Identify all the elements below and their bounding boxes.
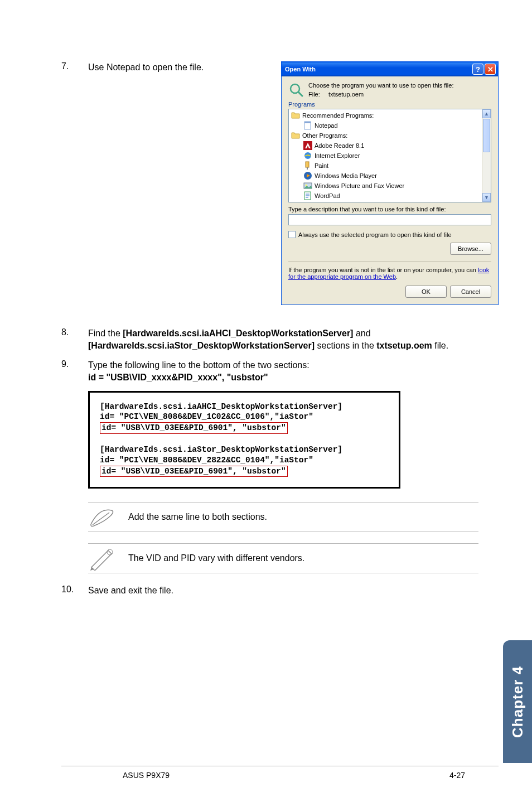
item-wpfv[interactable]: Windows Picture and Fax Viewer	[290, 181, 481, 191]
group-other: Other Programs:	[290, 131, 481, 141]
dialog-titlebar[interactable]: Open With ? ✕	[282, 62, 498, 76]
code-line: [HardwareIds.scsi.iaAHCI_DesktopWorkstat…	[100, 402, 389, 412]
svg-rect-3	[304, 122, 311, 123]
step-text: Find the [HardwareIds.scsi.iaAHCI_Deskto…	[88, 327, 499, 352]
step-text: Save and exit the file.	[88, 584, 499, 597]
item-paint[interactable]: Paint	[290, 161, 481, 171]
footer-right: 4-27	[449, 771, 465, 780]
note-icon	[88, 505, 116, 529]
svg-line-1	[298, 92, 302, 96]
magnifier-icon	[288, 82, 304, 98]
chapter-tab: Chapter 4	[503, 640, 532, 763]
description-input[interactable]	[288, 214, 491, 225]
code-line: id= "PCI\VEN_8086&DEV_1C02&CC_0106","iaS…	[100, 412, 389, 422]
programs-label: Programs	[288, 101, 491, 108]
note-block: Add the same line to both sections.	[88, 502, 478, 532]
paint-icon	[303, 161, 312, 170]
file-label: File:	[308, 91, 320, 98]
open-with-dialog: Open With ? ✕ Choose the program you wan…	[281, 61, 499, 305]
description-label: Type a description that you want to use …	[288, 206, 491, 212]
item-adobe[interactable]: Adobe Reader 8.1	[290, 141, 481, 151]
help-icon[interactable]: ?	[472, 64, 483, 75]
code-example-box: [HardwareIds.scsi.iaAHCI_DesktopWorkstat…	[88, 391, 400, 489]
item-notepad[interactable]: Notepad	[290, 120, 481, 131]
web-hint: If the program you want is not in the li…	[288, 267, 491, 280]
programs-listbox[interactable]: Recommended Programs: Notepad Other Prog…	[288, 109, 491, 202]
close-icon[interactable]: ✕	[485, 64, 496, 75]
group-recommended: Recommended Programs:	[290, 110, 481, 120]
item-wordpad[interactable]: WordPad	[290, 191, 481, 201]
cancel-button[interactable]: Cancel	[450, 286, 491, 298]
always-use-checkbox[interactable]	[288, 231, 296, 238]
note-block: The VID and PID vary with different vend…	[88, 543, 478, 573]
highlighted-code-line: id= "USB\VID_03EE&PID_6901", "usbstor"	[100, 422, 288, 434]
wordpad-icon	[303, 191, 312, 200]
step-number: 10.	[61, 584, 88, 597]
dialog-prompt: Choose the program you want to use to op…	[308, 82, 454, 89]
pencil-icon	[88, 546, 116, 571]
folder-icon	[291, 131, 300, 140]
scrollbar[interactable]: ▲ ▼	[482, 109, 491, 202]
scroll-down-icon[interactable]: ▼	[482, 193, 491, 202]
step-number: 8.	[61, 327, 88, 352]
step-text: Use Notepad to open the file.	[88, 61, 251, 74]
page-footer: ASUS P9X79 4-27	[61, 766, 499, 780]
item-ie[interactable]: Internet Explorer	[290, 151, 481, 161]
adobe-icon	[303, 141, 312, 150]
scroll-up-icon[interactable]: ▲	[482, 109, 491, 118]
browse-button[interactable]: Browse...	[450, 243, 491, 255]
wmp-icon	[303, 171, 312, 180]
notepad-icon	[303, 121, 312, 130]
ok-button[interactable]: OK	[405, 286, 447, 298]
scroll-thumb[interactable]	[483, 119, 490, 152]
folder-icon	[291, 111, 300, 120]
dialog-title: Open With	[285, 66, 316, 73]
note-text: Add the same line to both sections.	[128, 512, 267, 522]
item-wmp[interactable]: Windows Media Player	[290, 171, 481, 181]
code-line: [HardwareIds.scsi.iaStor_DesktopWorkstat…	[100, 445, 389, 455]
footer-left: ASUS P9X79	[123, 771, 170, 780]
step-text: Type the following line to the bottom of…	[88, 359, 499, 384]
svg-rect-7	[307, 167, 308, 170]
always-use-label: Always use the selected program to open …	[298, 231, 452, 238]
svg-rect-6	[306, 162, 309, 167]
step-number: 9.	[61, 359, 88, 384]
file-name: txtsetup.oem	[328, 91, 364, 98]
code-line: id= "PCI\VEN_8086&DEV_2822&CC_0104","iaS…	[100, 455, 389, 466]
ie-icon	[303, 151, 312, 160]
picture-viewer-icon	[303, 181, 312, 190]
note-text: The VID and PID vary with different vend…	[128, 553, 304, 563]
step-number: 7.	[61, 61, 88, 74]
highlighted-code-line: id= "USB\VID_03EE&PID_6901", "usbstor"	[100, 466, 288, 477]
